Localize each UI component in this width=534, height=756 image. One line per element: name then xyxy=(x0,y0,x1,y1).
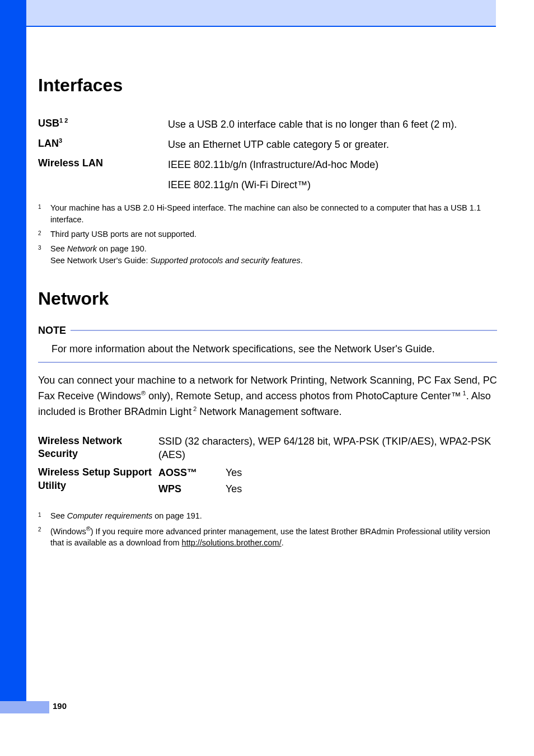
note-header: NOTE xyxy=(38,325,497,337)
network-intro-paragraph: You can connect your machine to a networ… xyxy=(38,373,497,420)
text-span: . xyxy=(282,538,284,547)
page-content: Interfaces USB1 2 Use a USB 2.0 interfac… xyxy=(38,75,497,571)
footnote-text: (Windows®) If you require more advanced … xyxy=(50,525,497,548)
footnote-ref: 1 2 xyxy=(59,117,68,124)
page-number-bar xyxy=(0,701,49,713)
footnote-marker: 1 xyxy=(38,510,50,521)
interfaces-table: USB1 2 Use a USB 2.0 interface cable tha… xyxy=(38,117,497,192)
table-row: LAN3 Use an Ethernet UTP cable category … xyxy=(38,137,497,152)
spec-label-setup: Wireless Setup Support Utility xyxy=(38,466,158,498)
footnote: 3 See Network on page 190. See Network U… xyxy=(38,243,497,266)
spec-value: IEEE 802.11b/g/n (Infrastructure/Ad-hoc … xyxy=(168,157,497,192)
network-table: Wireless Network Security SSID (32 chara… xyxy=(38,435,497,498)
cross-ref[interactable]: Network xyxy=(67,244,97,253)
network-footnotes: 1 See Computer requirements on page 191.… xyxy=(38,510,497,549)
sub-value: Yes xyxy=(226,466,497,479)
footnote: 1 See Computer requirements on page 191. xyxy=(38,510,497,521)
footnote-marker: 2 xyxy=(38,525,50,548)
table-row: AOSS™ Yes xyxy=(158,466,497,479)
page-number: 190 xyxy=(53,701,67,711)
text-span: Network Management software. xyxy=(196,406,341,417)
section-heading-interfaces: Interfaces xyxy=(38,75,497,96)
footnote-marker: 2 xyxy=(38,228,50,240)
footnote: 2 (Windows®) If you require more advance… xyxy=(38,525,497,548)
sub-label: AOSS™ xyxy=(158,466,226,479)
table-row: USB1 2 Use a USB 2.0 interface cable tha… xyxy=(38,117,497,132)
footnote-marker: 3 xyxy=(38,243,50,266)
value-line: IEEE 802.11g/n (Wi-Fi Direct™) xyxy=(168,178,497,192)
left-sidebar xyxy=(0,0,26,701)
text-span-italic: Supported protocols and security feature… xyxy=(150,256,300,265)
footnote-marker: 1 xyxy=(38,202,50,225)
text-span: See Network User's Guide: xyxy=(50,256,150,265)
sub-value: Yes xyxy=(226,482,497,496)
note-block: NOTE For more information about the Netw… xyxy=(38,325,497,363)
text-span: . xyxy=(301,256,303,265)
spec-value: Use an Ethernet UTP cable category 5 or … xyxy=(168,137,497,152)
note-label: NOTE xyxy=(38,325,66,337)
footnote-text: See Computer requirements on page 191. xyxy=(50,510,497,521)
footnote: 2 Third party USB ports are not supporte… xyxy=(38,228,497,240)
spec-label-lan: LAN3 xyxy=(38,137,168,152)
top-header-band xyxy=(26,0,496,27)
sub-label: WPS xyxy=(158,482,226,496)
note-rule xyxy=(71,330,497,331)
text-span: (Windows xyxy=(50,527,86,536)
footnote-ref: 3 xyxy=(59,137,62,144)
section-heading-network: Network xyxy=(38,288,497,309)
table-row: Wireless Setup Support Utility AOSS™ Yes… xyxy=(38,466,497,498)
footnote: 1 Your machine has a USB 2.0 Hi-Speed in… xyxy=(38,202,497,225)
label-text: USB xyxy=(38,118,59,129)
spec-label-wlan: Wireless LAN xyxy=(38,157,168,192)
spec-label-usb: USB1 2 xyxy=(38,117,168,132)
registered-mark: ® xyxy=(86,525,91,532)
cross-ref[interactable]: Computer requirements xyxy=(67,511,152,520)
note-body: For more information about the Network s… xyxy=(38,340,497,363)
text-span: on page 190. xyxy=(97,244,147,253)
text-span: on page 191. xyxy=(152,511,202,520)
external-link[interactable]: http://solutions.brother.com/ xyxy=(182,538,282,547)
registered-mark: ® xyxy=(141,390,146,396)
spec-label-security: Wireless Network Security xyxy=(38,435,158,462)
text-span: only), Remote Setup, and access photos f… xyxy=(146,390,461,402)
spec-value: Use a USB 2.0 interface cable that is no… xyxy=(168,117,497,132)
text-span: See xyxy=(50,511,67,520)
table-row: Wireless Network Security SSID (32 chara… xyxy=(38,435,497,462)
label-text: LAN xyxy=(38,138,59,149)
footnote-text: See Network on page 190. See Network Use… xyxy=(50,243,497,266)
value-line: IEEE 802.11b/g/n (Infrastructure/Ad-hoc … xyxy=(168,157,497,172)
footnote-text: Your machine has a USB 2.0 Hi-Speed inte… xyxy=(50,202,497,225)
spec-value: SSID (32 characters), WEP 64/128 bit, WP… xyxy=(158,435,497,462)
interfaces-footnotes: 1 Your machine has a USB 2.0 Hi-Speed in… xyxy=(38,202,497,265)
table-row: Wireless LAN IEEE 802.11b/g/n (Infrastru… xyxy=(38,157,497,192)
table-row: WPS Yes xyxy=(158,482,497,496)
footnote-text: Third party USB ports are not supported. xyxy=(50,228,497,240)
setup-subtable: AOSS™ Yes WPS Yes xyxy=(158,466,497,498)
text-span: See xyxy=(50,244,67,253)
